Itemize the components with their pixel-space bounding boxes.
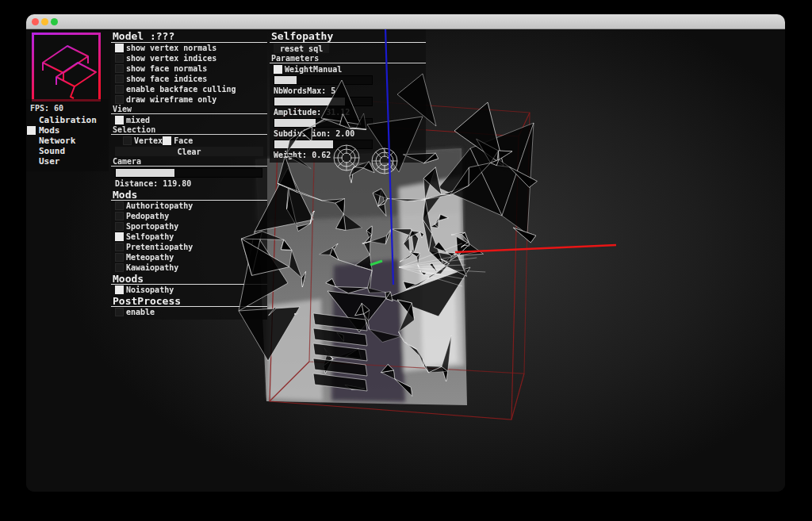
close-button[interactable] bbox=[32, 18, 39, 25]
checkbox-show-face-normals[interactable] bbox=[115, 64, 124, 73]
nb-words-max-slider[interactable] bbox=[274, 97, 373, 106]
model-panel-title: Model :??? bbox=[111, 29, 267, 43]
checkbox-row-show-vertex-normals[interactable]: show vertex normals bbox=[111, 43, 267, 53]
checkbox-row-show-vertex-indices[interactable]: show vertex indices bbox=[111, 53, 267, 63]
checkbox-draw-wireframe-only[interactable] bbox=[115, 95, 124, 104]
checkbox-sportopathy[interactable] bbox=[115, 222, 124, 231]
camera-distance-slider-row bbox=[111, 167, 267, 178]
checkbox-row-mixed[interactable]: mixed bbox=[111, 115, 267, 125]
menu-item-user[interactable]: User bbox=[26, 156, 109, 167]
section-title-mods: Mods bbox=[111, 189, 267, 201]
weight-manual-slider[interactable] bbox=[274, 75, 373, 85]
menu-item-sound[interactable]: Sound bbox=[26, 146, 109, 156]
checkbox-mods[interactable] bbox=[27, 126, 36, 135]
checkbox-show-vertex-normals[interactable] bbox=[115, 44, 124, 52]
checkbox-vertex[interactable] bbox=[123, 136, 132, 145]
checkbox-kawaiopathy[interactable] bbox=[115, 263, 124, 272]
checkbox-authoritopathy[interactable] bbox=[115, 201, 124, 210]
value-text: Subdivision: 2.00 bbox=[274, 129, 354, 138]
checkbox-row-noisopathy[interactable]: Noisopathy bbox=[111, 285, 267, 295]
checkbox-row-draw-wireframe-only[interactable]: draw wireframe only bbox=[111, 94, 267, 105]
section-header-label: Selection bbox=[113, 125, 155, 134]
checkbox-row-sportopathy[interactable]: Sportopathy bbox=[111, 221, 267, 232]
section-header-camera: Camera bbox=[111, 157, 267, 167]
checkbox-label: show face normals bbox=[126, 64, 207, 73]
fps-counter: FPS: 60 bbox=[26, 102, 109, 115]
checkbox-show-face-indices[interactable] bbox=[115, 75, 124, 83]
checkbox-label: Sportopathy bbox=[126, 222, 178, 231]
checkbox-noisopathy[interactable] bbox=[115, 285, 124, 294]
checkbox-pedopathy[interactable] bbox=[115, 212, 124, 220]
menu-item-mods[interactable]: Mods bbox=[26, 125, 109, 136]
section-header-label: Parameters bbox=[271, 54, 319, 63]
section-header-view: View bbox=[111, 105, 267, 115]
checkbox-row-meteopathy[interactable]: Meteopathy bbox=[111, 252, 267, 262]
selfopathy-panel: Selfopathy reset sqlParametersWeightManu… bbox=[270, 29, 426, 163]
checkbox-enable-backface-culling[interactable] bbox=[115, 85, 124, 94]
section-header-label: View bbox=[113, 105, 132, 113]
weight-manual-slider-row bbox=[270, 75, 426, 86]
checkbox-label: show face indices bbox=[126, 75, 207, 83]
checkbox-row-pedopathy[interactable]: Pedopathy bbox=[111, 211, 267, 221]
menu-item-calibration[interactable]: Calibration bbox=[26, 115, 109, 125]
logo-wireframe-icon bbox=[43, 46, 96, 98]
selfopathy-panel-title: Selfopathy bbox=[270, 29, 426, 43]
zoom-button[interactable] bbox=[51, 18, 58, 25]
model-panel: Model :??? show vertex normalsshow verte… bbox=[111, 29, 267, 320]
subdivision-slider[interactable] bbox=[274, 140, 373, 149]
checkbox-face[interactable] bbox=[163, 136, 171, 145]
checkbox-label: Authoritopathy bbox=[126, 201, 193, 210]
checkbox-mixed[interactable] bbox=[115, 116, 124, 125]
checkbox-row-enable[interactable]: enable bbox=[111, 307, 267, 317]
checkbox-label: Vertex bbox=[134, 136, 163, 145]
checkbox-weightmanual[interactable] bbox=[274, 65, 282, 74]
checkbox-label: enable bbox=[126, 308, 155, 316]
checkbox-row-pretentiopathy[interactable]: Pretentiopathy bbox=[111, 242, 267, 252]
section-title-postprocess: PostProcess bbox=[111, 295, 267, 307]
nb-words-max-slider-row bbox=[270, 96, 426, 107]
menu-item-label: Calibration bbox=[39, 115, 97, 125]
minimize-button[interactable] bbox=[41, 18, 48, 25]
checkbox-row-selfopathy[interactable]: Selfopathy bbox=[111, 232, 267, 242]
app-window: FPS: 60 CalibrationModsNetworkSoundUser … bbox=[26, 14, 785, 492]
value-text: NbWordsMax: 5 bbox=[274, 86, 335, 95]
checkbox-label: Selfopathy bbox=[126, 232, 174, 241]
title-bar[interactable] bbox=[26, 14, 785, 29]
value-label-amplitude-31-12: Amplitude: 31.12 bbox=[270, 107, 426, 117]
checkbox-label: mixed bbox=[126, 116, 150, 125]
slider-fill bbox=[116, 169, 174, 177]
clear-button[interactable]: Clear bbox=[115, 147, 263, 156]
checkbox-row-authoritopathy[interactable]: Authoritopathy bbox=[111, 201, 267, 211]
value-text: Amplitude: 31.12 bbox=[274, 108, 350, 117]
amplitude-slider-row bbox=[270, 117, 426, 128]
menu-item-network[interactable]: Network bbox=[26, 136, 109, 146]
section-header-parameters: Parameters bbox=[270, 54, 426, 64]
checkbox-label: show vertex indices bbox=[126, 54, 216, 63]
checkbox-meteopathy[interactable] bbox=[115, 253, 124, 262]
checkbox-row-show-face-normals[interactable]: show face normals bbox=[111, 63, 267, 74]
checkbox-selfopathy[interactable] bbox=[115, 232, 124, 241]
checkbox-label: show vertex normals bbox=[126, 44, 216, 52]
checkbox-enable[interactable] bbox=[115, 308, 124, 316]
checkbox-label: Face bbox=[174, 136, 193, 145]
menu-item-label: Network bbox=[39, 136, 75, 146]
checkbox-row-enable-backface-culling[interactable]: enable backface culling bbox=[111, 84, 267, 94]
section-header-selection: Selection bbox=[111, 125, 267, 136]
checkbox-pretentiopathy[interactable] bbox=[115, 243, 124, 251]
amplitude-slider[interactable] bbox=[274, 118, 373, 128]
slider-fill bbox=[274, 119, 316, 127]
checkbox-label: Pretentiopathy bbox=[126, 243, 193, 251]
camera-distance-slider[interactable] bbox=[115, 168, 262, 178]
checkbox-label: draw wireframe only bbox=[126, 95, 216, 104]
slider-fill bbox=[274, 76, 297, 84]
slider-fill bbox=[274, 98, 345, 105]
checkbox-label: Noisopathy bbox=[126, 285, 174, 294]
reset-sql-button[interactable]: reset sql bbox=[274, 44, 329, 53]
menu-item-label: Mods bbox=[39, 125, 60, 136]
checkbox-row-show-face-indices[interactable]: show face indices bbox=[111, 74, 267, 84]
app-logo bbox=[32, 33, 101, 102]
checkbox-row-kawaiopathy[interactable]: Kawaiopathy bbox=[111, 262, 267, 273]
value-text: Weight: 0.62 bbox=[274, 151, 331, 159]
checkbox-row-weightmanual[interactable]: WeightManual bbox=[270, 64, 426, 75]
checkbox-show-vertex-indices[interactable] bbox=[115, 54, 124, 63]
